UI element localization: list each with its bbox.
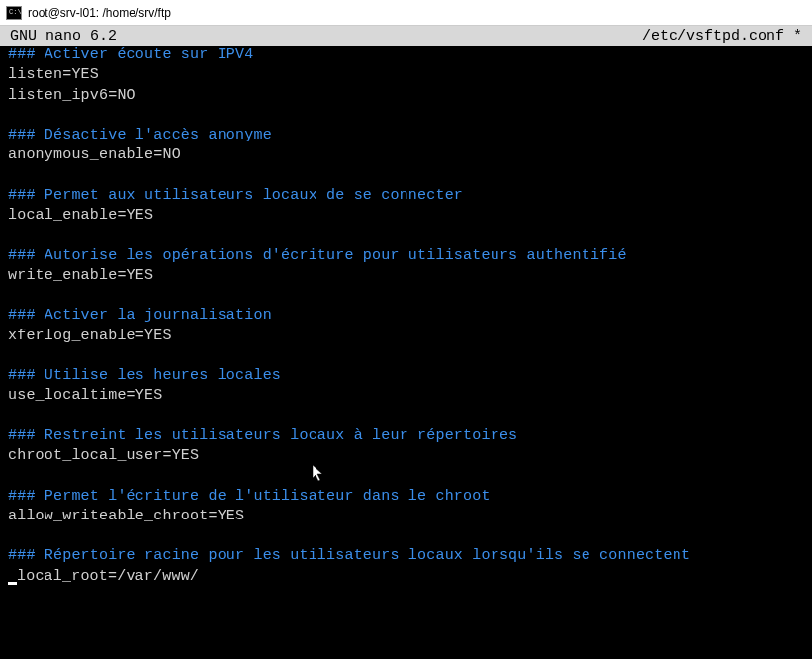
editor-line[interactable]: ### Activer la journalisation	[8, 306, 804, 326]
editor-line[interactable]	[8, 106, 804, 126]
nano-header: GNU nano 6.2 /etc/vsftpd.conf *	[0, 26, 812, 46]
editor-line[interactable]	[8, 286, 804, 306]
editor-line[interactable]: local_root=/var/www/	[8, 567, 804, 587]
editor-line[interactable]: ### Autorise les opérations d'écriture p…	[8, 246, 804, 266]
editor-line[interactable]	[8, 407, 804, 426]
editor-line[interactable]: ### Permet l'écriture de l'utilisateur d…	[8, 487, 804, 507]
editor-line[interactable]	[8, 466, 804, 486]
editor-line[interactable]	[8, 346, 804, 366]
terminal-icon-glyph: C:\	[9, 9, 22, 16]
editor-line[interactable]: listen_ipv6=NO	[8, 86, 804, 106]
editor-lines[interactable]: ### Activer écoute sur IPV4listen=YESlis…	[8, 46, 804, 587]
nano-file-label: /etc/vsftpd.conf *	[642, 28, 802, 45]
editor-line[interactable]: ### Désactive l'accès anonyme	[8, 126, 804, 145]
editor-line-text: local_root=/var/www/	[17, 568, 199, 585]
editor-line[interactable]: xferlog_enable=YES	[8, 327, 804, 346]
editor-line[interactable]	[8, 166, 804, 186]
window-title: root@srv-l01: /home/srv/ftp	[28, 6, 171, 20]
editor-line[interactable]: listen=YES	[8, 65, 804, 85]
window-titlebar[interactable]: C:\ root@srv-l01: /home/srv/ftp	[0, 0, 812, 26]
editor-line[interactable]: write_enable=YES	[8, 266, 804, 286]
editor-line[interactable]: anonymous_enable=NO	[8, 145, 804, 165]
terminal-icon: C:\	[6, 6, 22, 20]
editor-line[interactable]: chroot_local_user=YES	[8, 446, 804, 466]
nano-app-label: GNU nano 6.2	[10, 28, 117, 45]
editor-line[interactable]: ### Activer écoute sur IPV4	[8, 46, 804, 65]
editor-line[interactable]: local_enable=YES	[8, 206, 804, 226]
editor-line[interactable]	[8, 526, 804, 546]
editor-line[interactable]: allow_writeable_chroot=YES	[8, 507, 804, 526]
editor-line[interactable]: ### Utilise les heures locales	[8, 366, 804, 386]
editor-line[interactable]: ### Restreint les utilisateurs locaux à …	[8, 426, 804, 446]
text-cursor	[8, 582, 17, 585]
editor-line[interactable]: use_localtime=YES	[8, 386, 804, 406]
editor-line[interactable]	[8, 226, 804, 245]
editor-line[interactable]: ### Permet aux utilisateurs locaux de se…	[8, 186, 804, 206]
editor-body[interactable]: ### Activer écoute sur IPV4listen=YESlis…	[0, 46, 812, 659]
editor-line[interactable]: ### Répertoire racine pour les utilisate…	[8, 546, 804, 566]
